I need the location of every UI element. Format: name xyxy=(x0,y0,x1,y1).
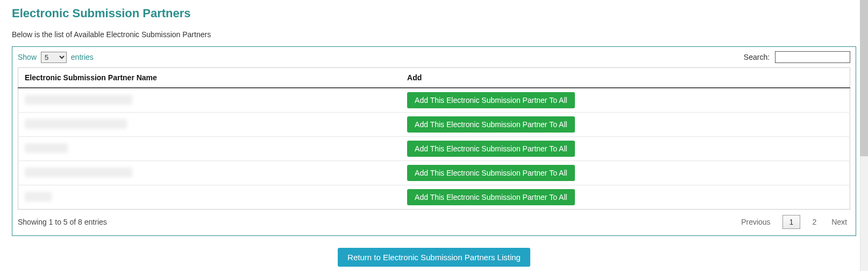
partner-name-cell xyxy=(18,161,401,185)
search-label: Search: xyxy=(744,53,770,61)
col-add[interactable]: Add xyxy=(401,68,850,88)
length-prefix: Show xyxy=(18,53,37,61)
redacted-text xyxy=(25,192,52,201)
length-control: Show 5102550100 entries xyxy=(18,52,94,63)
add-to-all-button[interactable]: Add This Electronic Submission Partner T… xyxy=(407,141,575,157)
datatable-panel: Show 5102550100 entries Search: Electron… xyxy=(12,46,856,236)
partners-table: Electronic Submission Partner Name Add A… xyxy=(18,67,850,210)
table-info: Showing 1 to 5 of 8 entries xyxy=(18,218,107,226)
add-cell: Add This Electronic Submission Partner T… xyxy=(401,113,850,137)
add-cell: Add This Electronic Submission Partner T… xyxy=(401,161,850,185)
scrollbar-thumb[interactable] xyxy=(860,0,868,156)
redacted-text xyxy=(25,119,127,129)
page-title: Electronic Submission Partners xyxy=(12,6,856,20)
paginate-next[interactable]: Next xyxy=(828,216,850,228)
intro-text: Below is the list of Available Electroni… xyxy=(12,30,856,39)
add-to-all-button[interactable]: Add This Electronic Submission Partner T… xyxy=(407,165,575,181)
pagination: Previous12Next xyxy=(738,215,850,229)
table-row: Add This Electronic Submission Partner T… xyxy=(18,137,850,161)
length-suffix: entries xyxy=(71,53,94,61)
search-control: Search: xyxy=(744,51,850,63)
add-to-all-button[interactable]: Add This Electronic Submission Partner T… xyxy=(407,189,575,205)
table-row: Add This Electronic Submission Partner T… xyxy=(18,88,850,113)
paginate-previous[interactable]: Previous xyxy=(738,216,773,228)
redacted-text xyxy=(25,168,132,177)
redacted-text xyxy=(25,143,68,153)
partner-name-cell xyxy=(18,185,401,210)
table-row: Add This Electronic Submission Partner T… xyxy=(18,113,850,137)
return-button[interactable]: Return to Electronic Submission Partners… xyxy=(338,248,530,267)
partner-name-cell xyxy=(18,113,401,137)
partner-name-cell xyxy=(18,137,401,161)
paginate-page-1[interactable]: 1 xyxy=(782,215,801,229)
paginate-page-2[interactable]: 2 xyxy=(809,216,820,228)
add-cell: Add This Electronic Submission Partner T… xyxy=(401,137,850,161)
table-row: Add This Electronic Submission Partner T… xyxy=(18,161,850,185)
search-input[interactable] xyxy=(775,51,850,63)
add-cell: Add This Electronic Submission Partner T… xyxy=(401,88,850,113)
col-name[interactable]: Electronic Submission Partner Name xyxy=(18,68,401,88)
add-to-all-button[interactable]: Add This Electronic Submission Partner T… xyxy=(407,116,575,133)
add-to-all-button[interactable]: Add This Electronic Submission Partner T… xyxy=(407,92,575,108)
partner-name-cell xyxy=(18,88,401,113)
add-cell: Add This Electronic Submission Partner T… xyxy=(401,185,850,210)
redacted-text xyxy=(25,95,132,105)
table-row: Add This Electronic Submission Partner T… xyxy=(18,185,850,210)
length-select[interactable]: 5102550100 xyxy=(41,52,67,63)
